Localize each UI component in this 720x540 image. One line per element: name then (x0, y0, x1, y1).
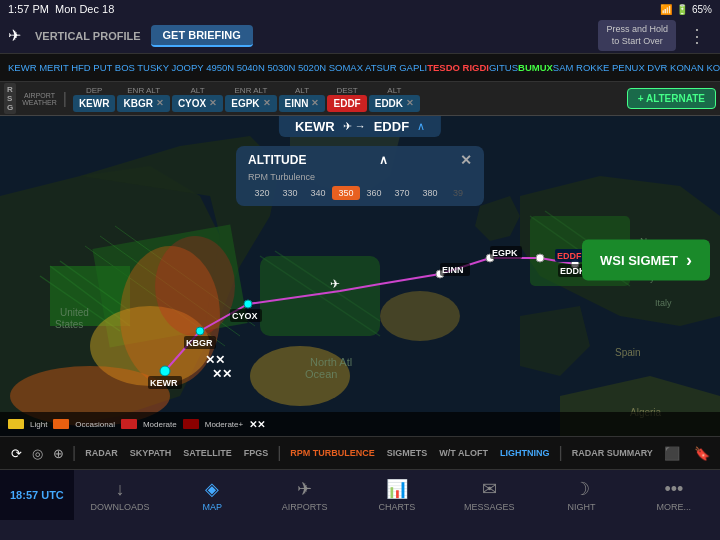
wp3-box[interactable]: EGPK ✕ (225, 95, 276, 112)
wsi-sigmet-arrow: › (686, 250, 692, 271)
more-icon[interactable]: ⋮ (682, 25, 712, 47)
alt-tick-320[interactable]: 320 (248, 186, 276, 200)
legend-moderate-label: Moderate (143, 420, 177, 429)
wp2-remove[interactable]: ✕ (209, 98, 217, 108)
alt-label-3: ALT (380, 86, 408, 95)
tab-vertical-profile[interactable]: VERTICAL PROFILE (25, 26, 151, 46)
battery-icon: 🔋 (676, 4, 688, 15)
nav-messages[interactable]: ✉ MESSAGES (443, 474, 535, 516)
tab-get-briefing[interactable]: GET BRIEFING (151, 25, 253, 47)
alt-tick-330[interactable]: 330 (276, 186, 304, 200)
route-highlight-2: BUMUX (518, 62, 553, 73)
altitude-subtitle: RPM Turbulence (248, 172, 472, 182)
svg-text:EDDF: EDDF (557, 251, 582, 261)
rsg-badge: RSG (4, 83, 16, 114)
wp2-box[interactable]: CYOX ✕ (172, 95, 223, 112)
time-display: 1:57 PM (8, 3, 49, 15)
wp1-box[interactable]: KBGR ✕ (117, 95, 169, 112)
nav-night-label: NIGHT (568, 502, 596, 512)
charts-icon: 📊 (386, 478, 408, 500)
nav-messages-label: MESSAGES (464, 502, 515, 512)
dest-label: DEST (333, 86, 361, 95)
nav-more[interactable]: ••• MORE... (628, 475, 720, 516)
wp2-col: ALT CYOX ✕ (172, 86, 223, 112)
satellite-btn[interactable]: SATELLITE (177, 445, 237, 461)
route-from: KEWR (295, 119, 335, 134)
alt-tick-340[interactable]: 340 (304, 186, 332, 200)
svg-point-21 (160, 366, 170, 376)
svg-point-22 (196, 327, 204, 335)
svg-text:CYOX: CYOX (232, 311, 258, 321)
dep-code[interactable]: KEWR (73, 95, 116, 112)
nav-map[interactable]: ◈ MAP (166, 474, 258, 516)
wp4-box[interactable]: EINN ✕ (279, 95, 326, 112)
svg-text:EGPK: EGPK (492, 248, 518, 258)
battery-level: 65% (692, 4, 712, 15)
wp6-box[interactable]: EDDK ✕ (369, 95, 420, 112)
svg-text:✕✕: ✕✕ (212, 367, 232, 381)
map-icon: ◈ (205, 478, 219, 500)
svg-text:North Atl: North Atl (310, 356, 352, 368)
route-highlight-1: TESDO RIGDI (427, 62, 489, 73)
rpm-turbulence-btn[interactable]: RPM TURBULENCE (284, 445, 381, 461)
legend-moderate-plus (183, 419, 199, 429)
wp5-box[interactable]: EDDF (327, 95, 366, 112)
more-nav-icon: ••• (664, 479, 683, 500)
route-chevron[interactable]: ∧ (417, 120, 425, 133)
altitude-close-button[interactable]: ✕ (460, 152, 472, 168)
waypoints-bar: RSG AIRPORTWEATHER | DEP KEWR ENR ALT KB… (0, 82, 720, 116)
svg-text:KBGR: KBGR (186, 338, 213, 348)
nav-downloads[interactable]: ↓ DOWNLOADS (74, 475, 166, 516)
wp4-remove[interactable]: ✕ (311, 98, 319, 108)
route-arrow-bar: KEWR ✈ → EDDF ∧ (279, 116, 441, 137)
svg-text:Ocean: Ocean (305, 368, 337, 380)
nav-downloads-label: DOWNLOADS (90, 502, 149, 512)
wp3-remove[interactable]: ✕ (263, 98, 271, 108)
sigmets-btn[interactable]: SIGMETS (381, 445, 434, 461)
alt-label-1: ALT (184, 86, 212, 95)
lightning-btn[interactable]: LIGHTNING (494, 445, 556, 461)
wp6-col: ALT EDDK ✕ (369, 86, 420, 112)
alt-tick-380[interactable]: 380 (416, 186, 444, 200)
skypath-btn[interactable]: SKYPATH (124, 445, 178, 461)
alt-tick-370[interactable]: 370 (388, 186, 416, 200)
wp4-col: ALT EINN ✕ (279, 86, 326, 112)
route-arrow-icon: ✈ → (343, 120, 366, 133)
altitude-panel: ALTITUDE ∧ ✕ RPM Turbulence 320 330 340 … (236, 146, 484, 206)
radar-summary-btn[interactable]: RADAR SUMMARY (566, 445, 659, 461)
legend-occasional-label: Occasional (75, 420, 115, 429)
svg-text:✈: ✈ (330, 277, 340, 291)
nav-airports[interactable]: ✈ AIRPORTS (258, 474, 350, 516)
legend-moderate (121, 419, 137, 429)
zoom-icon[interactable]: ⊕ (48, 443, 69, 464)
status-bar: 1:57 PM Mon Dec 18 📶 🔋 65% (0, 0, 720, 18)
nav-charts[interactable]: 📊 CHARTS (351, 474, 443, 516)
layers-icon[interactable]: ⬛ (659, 443, 685, 464)
bookmark-icon[interactable]: 🔖 (689, 443, 715, 464)
legend-occasional (53, 419, 69, 429)
alt-tick-360[interactable]: 360 (360, 186, 388, 200)
alternate-button[interactable]: + ALTERNATE (627, 88, 716, 109)
alt-tick-350[interactable]: 350 (332, 186, 360, 200)
location-icon[interactable]: ◎ (27, 443, 48, 464)
wsi-sigmet-button[interactable]: WSI SIGMET › (582, 240, 710, 281)
svg-text:States: States (55, 319, 83, 330)
wp6-remove[interactable]: ✕ (406, 98, 414, 108)
wp1-remove[interactable]: ✕ (156, 98, 164, 108)
svg-text:Spain: Spain (615, 347, 641, 358)
refresh-icon[interactable]: ⟳ (6, 443, 27, 464)
nav-night[interactable]: ☽ NIGHT (535, 474, 627, 516)
fpgs-btn[interactable]: FPGS (238, 445, 275, 461)
plane-icon-top: ✈ (8, 26, 21, 45)
utc-time-display: 18:57 UTC (0, 470, 74, 520)
wp3-col: ENR ALT EGPK ✕ (225, 86, 276, 112)
svg-text:✕✕: ✕✕ (205, 353, 225, 367)
enr-alt-label-1: ENR ALT (127, 86, 160, 95)
wt-aloft-btn[interactable]: W/T ALOFT (433, 445, 494, 461)
map-area[interactable]: KEWR KBGR CYOX EGPK EINN EDDF EDDK Unite… (0, 116, 720, 436)
radar-btn[interactable]: RADAR (79, 445, 124, 461)
alt-tick-390[interactable]: 39 (444, 186, 472, 200)
altitude-expand[interactable]: ∧ (379, 153, 388, 167)
svg-point-17 (155, 236, 235, 336)
press-hold-button[interactable]: Press and Holdto Start Over (598, 20, 676, 51)
